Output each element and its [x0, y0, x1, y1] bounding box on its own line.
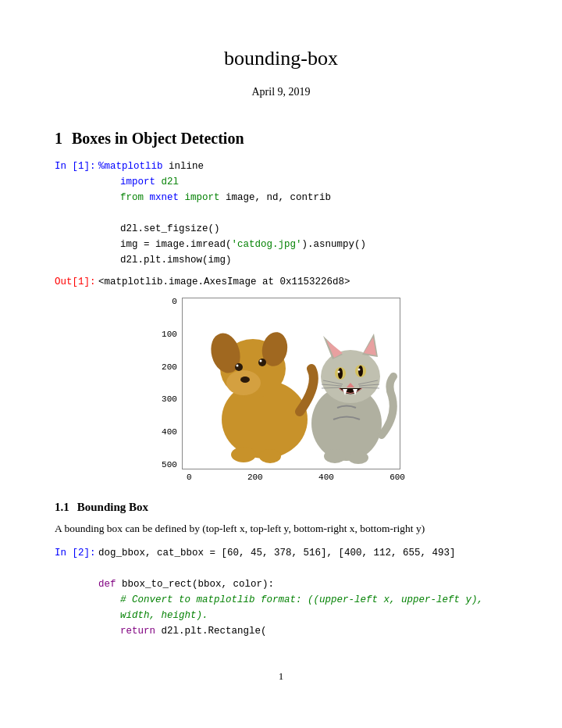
- svg-point-6: [235, 363, 243, 371]
- svg-point-20: [338, 368, 343, 379]
- cell-2-input: In [2]: dog_bbox, cat_bbox = [60, 45, 37…: [55, 545, 507, 639]
- x-label-0: 0: [187, 473, 192, 482]
- svg-point-3: [226, 370, 261, 395]
- section-1-number: 1: [55, 130, 62, 148]
- cell-1-code: %matplotlib inline import d2l from mxnet…: [98, 159, 507, 268]
- in-2-label: In [2]:: [55, 545, 98, 561]
- svg-point-12: [259, 449, 281, 463]
- svg-point-21: [337, 371, 340, 373]
- y-label-500: 500: [162, 461, 177, 469]
- d2l-import: d2l: [162, 177, 180, 187]
- x-axis: 0 200 400 600: [187, 469, 405, 482]
- svg-point-35: [348, 451, 368, 464]
- in-1-label: In [1]:: [55, 159, 98, 174]
- page-number: 1: [55, 670, 507, 683]
- svg-point-7: [236, 365, 238, 367]
- out-1-text: <matplotlib.image.AxesImage at 0x1153226…: [98, 274, 350, 290]
- out-1-label: Out[1]:: [55, 274, 98, 290]
- y-axis: 0 100 200 300 400 500: [162, 298, 182, 469]
- y-label-100: 100: [162, 330, 177, 339]
- section-1-header: 1 Boxes in Object Detection: [55, 130, 507, 148]
- y-label-0: 0: [172, 298, 177, 306]
- comment-convert: # Convert to matplotlib format: ((upper-…: [120, 594, 483, 621]
- svg-point-10: [240, 376, 250, 383]
- subsection-1-1-header: 1.1 Bounding Box: [55, 501, 507, 514]
- y-label-200: 200: [162, 363, 177, 372]
- plot-area: 0 100 200 300 400 500: [55, 298, 507, 482]
- svg-point-9: [259, 360, 261, 362]
- page-date: April 9, 2019: [55, 86, 507, 98]
- return-keyword: return: [120, 626, 155, 637]
- mxnet-module: mxnet: [150, 192, 180, 203]
- x-label-400: 400: [318, 473, 334, 482]
- svg-point-14: [321, 350, 380, 403]
- svg-point-23: [358, 366, 363, 376]
- subsection-1-1-number: 1.1: [55, 501, 69, 514]
- cell-1-output: Out[1]: <matplotlib.image.AxesImage at 0…: [55, 274, 507, 290]
- y-label-400: 400: [162, 428, 177, 437]
- cell-2-code: dog_bbox, cat_bbox = [60, 45, 378, 516],…: [98, 545, 507, 639]
- from-keyword: from: [120, 192, 144, 203]
- plot-image-box: [182, 298, 400, 469]
- body-text-bbox: A bounding box can be defined by (top-le…: [55, 520, 507, 537]
- matplotlib-keyword: %matplotlib: [98, 161, 163, 172]
- svg-point-8: [258, 359, 266, 366]
- import-keyword-2: import: [185, 192, 220, 203]
- string-catdog: 'catdog.jpg': [232, 239, 302, 250]
- cell-1-input: In [1]: %matplotlib inline import d2l fr…: [55, 159, 507, 268]
- svg-point-24: [357, 369, 360, 371]
- svg-point-11: [231, 447, 256, 462]
- y-label-300: 300: [162, 395, 177, 404]
- x-label-600: 600: [389, 473, 405, 482]
- def-keyword: def: [98, 579, 116, 590]
- section-1-title: Boxes in Object Detection: [72, 130, 244, 148]
- dog-cat-image: [183, 298, 400, 469]
- svg-point-34: [324, 449, 346, 463]
- import-keyword-1: import: [120, 177, 155, 187]
- x-label-200: 200: [247, 473, 263, 482]
- page-title: bounding-box: [55, 47, 507, 70]
- subsection-1-1-title: Bounding Box: [77, 501, 148, 514]
